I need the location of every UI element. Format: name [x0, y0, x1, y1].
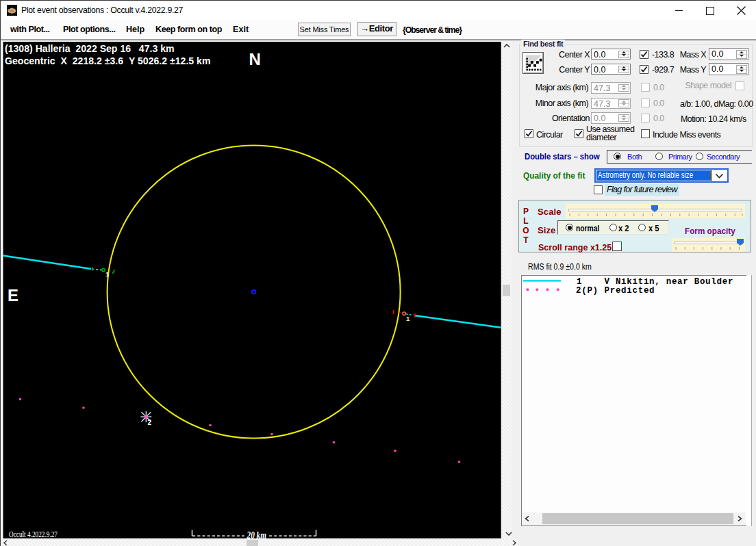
svg-text:Predicted: Predicted: [605, 286, 655, 296]
svg-text:20 km: 20 km: [247, 530, 266, 539]
svg-text:1: 1: [105, 270, 110, 278]
svg-text:1: 1: [406, 315, 410, 322]
svg-text:(1308) Halleria 2022 Sep 16: (1308) Halleria 2022 Sep 16 47.3 km: [5, 42, 175, 54]
svg-text:N: N: [249, 50, 261, 68]
svg-text:2(P): 2(P): [576, 286, 598, 296]
svg-text:Geocentric X 2218.2 ±3.6 Y: Geocentric X 2218.2 ±3.6 Y 5026.2 ±12.5 …: [5, 55, 211, 66]
svg-text:E: E: [8, 286, 18, 304]
svg-text:2: 2: [148, 419, 152, 426]
svg-text:Occult 4.2022.9.27: Occult 4.2022.9.27: [9, 529, 58, 538]
